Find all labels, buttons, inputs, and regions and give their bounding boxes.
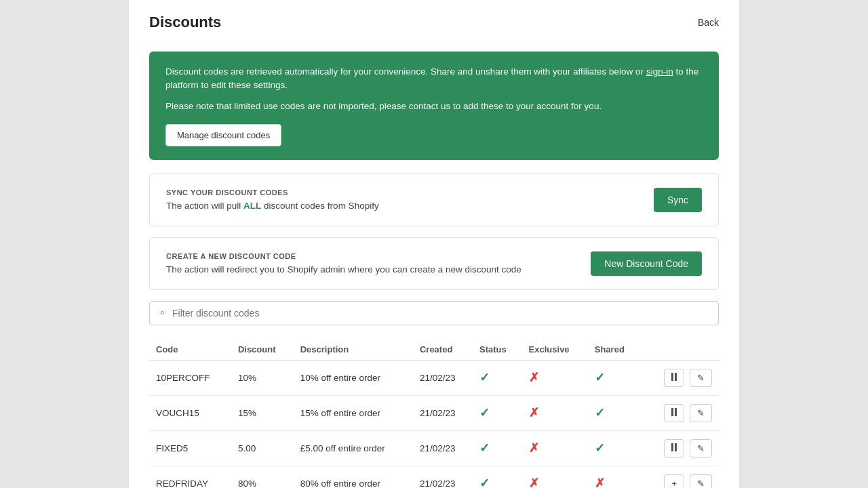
cell-actions: +✎ bbox=[641, 466, 719, 488]
col-status: Status bbox=[473, 339, 522, 361]
col-actions bbox=[641, 339, 719, 361]
back-button[interactable]: Back bbox=[698, 17, 719, 28]
cell-actions: ✎ bbox=[641, 360, 719, 395]
sign-in-link[interactable]: sign-in bbox=[646, 66, 673, 77]
cell-code: REDFRIDAY bbox=[149, 466, 231, 488]
col-discount: Discount bbox=[231, 339, 294, 361]
pause-icon bbox=[671, 373, 677, 381]
cell-description: 10% off entire order bbox=[294, 360, 413, 395]
search-icon: ⚬ bbox=[158, 307, 167, 319]
cell-code: VOUCH15 bbox=[149, 395, 231, 430]
cell-discount: 10% bbox=[231, 360, 294, 395]
status-check-icon: ✓ bbox=[479, 441, 490, 455]
create-label: CREATE A NEW DISCOUNT CODE bbox=[166, 252, 521, 260]
cell-created: 21/02/23 bbox=[413, 395, 473, 430]
pause-button[interactable] bbox=[664, 439, 684, 458]
cell-description: 15% off entire order bbox=[294, 395, 413, 430]
sync-description: The action will pull ALL discount codes … bbox=[166, 201, 379, 211]
sync-desc-suffix: discount codes from Shopify bbox=[261, 201, 378, 211]
sync-text-container: SYNC YOUR DISCOUNT CODES The action will… bbox=[166, 188, 379, 211]
cell-description: £5.00 off entire order bbox=[294, 430, 413, 466]
sync-desc-prefix: The action will pull bbox=[166, 201, 243, 211]
cell-exclusive: ✗ bbox=[522, 395, 588, 430]
create-text-container: CREATE A NEW DISCOUNT CODE The action wi… bbox=[166, 252, 521, 274]
cell-shared: ✓ bbox=[588, 430, 641, 466]
page-container: Discounts Back Discount codes are retrie… bbox=[129, 0, 739, 488]
sync-card: SYNC YOUR DISCOUNT CODES The action will… bbox=[149, 174, 719, 226]
cell-discount: 80% bbox=[231, 466, 294, 488]
col-description: Description bbox=[294, 339, 413, 361]
edit-button[interactable]: ✎ bbox=[690, 369, 712, 387]
search-container: ⚬ bbox=[149, 301, 719, 325]
cell-exclusive: ✗ bbox=[522, 430, 588, 466]
search-input[interactable] bbox=[172, 308, 710, 319]
pause-icon bbox=[671, 408, 677, 416]
shared-check-icon: ✓ bbox=[595, 441, 605, 455]
cell-created: 21/02/23 bbox=[413, 360, 473, 395]
table-row: 10PERCOFF 10% 10% off entire order 21/02… bbox=[149, 360, 719, 395]
cell-discount: 5.00 bbox=[231, 430, 294, 466]
table-body: 10PERCOFF 10% 10% off entire order 21/02… bbox=[149, 360, 719, 488]
banner-text-2: Please note that limited use codes are n… bbox=[165, 100, 703, 113]
status-check-icon: ✓ bbox=[479, 406, 490, 420]
actions-container: ✎ bbox=[648, 439, 712, 458]
cell-actions: ✎ bbox=[641, 395, 719, 430]
create-description: The action will redirect you to Shopify … bbox=[166, 264, 521, 274]
cell-code: FIXED5 bbox=[149, 430, 231, 466]
cell-status: ✓ bbox=[473, 360, 522, 395]
sync-highlight: ALL bbox=[243, 201, 261, 211]
cell-created: 21/02/23 bbox=[413, 466, 473, 488]
cell-status: ✓ bbox=[473, 430, 522, 466]
sync-button[interactable]: Sync bbox=[654, 188, 702, 212]
create-section: CREATE A NEW DISCOUNT CODE The action wi… bbox=[166, 251, 702, 276]
page-title: Discounts bbox=[149, 14, 221, 31]
status-check-icon: ✓ bbox=[479, 476, 490, 488]
cell-exclusive: ✗ bbox=[522, 466, 588, 488]
pause-button[interactable] bbox=[664, 369, 684, 387]
info-banner: Discount codes are retrieved automatical… bbox=[149, 52, 719, 160]
cell-exclusive: ✗ bbox=[522, 360, 588, 395]
edit-button[interactable]: ✎ bbox=[690, 439, 712, 458]
pause-button[interactable] bbox=[664, 404, 684, 422]
cell-code: 10PERCOFF bbox=[149, 360, 231, 395]
sync-section: SYNC YOUR DISCOUNT CODES The action will… bbox=[166, 188, 702, 212]
edit-button[interactable]: ✎ bbox=[690, 404, 712, 422]
cell-status: ✓ bbox=[473, 466, 522, 488]
shared-check-icon: ✓ bbox=[595, 371, 605, 384]
col-shared: Shared bbox=[588, 339, 641, 361]
actions-container: +✎ bbox=[648, 474, 712, 488]
cell-description: 80% off entire order bbox=[294, 466, 413, 488]
cell-status: ✓ bbox=[473, 395, 522, 430]
actions-container: ✎ bbox=[648, 404, 712, 422]
exclusive-x-icon: ✗ bbox=[529, 441, 539, 455]
edit-button[interactable]: ✎ bbox=[690, 474, 712, 488]
create-card: CREATE A NEW DISCOUNT CODE The action wi… bbox=[149, 237, 719, 290]
sync-label: SYNC YOUR DISCOUNT CODES bbox=[166, 188, 379, 197]
table-row: VOUCH15 15% 15% off entire order 21/02/2… bbox=[149, 395, 719, 430]
status-check-icon: ✓ bbox=[479, 371, 490, 384]
manage-discount-codes-button[interactable]: Manage discount codes bbox=[165, 124, 281, 146]
table-row: FIXED5 5.00 £5.00 off entire order 21/02… bbox=[149, 430, 719, 466]
cell-created: 21/02/23 bbox=[413, 430, 473, 466]
cell-discount: 15% bbox=[231, 395, 294, 430]
table-header: Code Discount Description Created Status… bbox=[149, 339, 719, 361]
cell-actions: ✎ bbox=[641, 430, 719, 466]
banner-text-1: Discount codes are retrieved automatical… bbox=[165, 65, 703, 93]
cell-shared: ✓ bbox=[588, 395, 641, 430]
pause-icon bbox=[671, 443, 677, 451]
discount-table: Code Discount Description Created Status… bbox=[149, 339, 719, 488]
new-discount-code-button[interactable]: New Discount Code bbox=[591, 251, 702, 276]
add-button[interactable]: + bbox=[664, 474, 684, 488]
col-created: Created bbox=[413, 339, 473, 361]
exclusive-x-icon: ✗ bbox=[529, 406, 539, 420]
table-row: REDFRIDAY 80% 80% off entire order 21/02… bbox=[149, 466, 719, 488]
cell-shared: ✗ bbox=[588, 466, 641, 488]
exclusive-x-icon: ✗ bbox=[529, 476, 539, 488]
shared-x-icon: ✗ bbox=[595, 476, 605, 488]
page-header: Discounts Back bbox=[149, 14, 719, 38]
actions-container: ✎ bbox=[648, 369, 712, 387]
col-code: Code bbox=[149, 339, 231, 361]
exclusive-x-icon: ✗ bbox=[529, 371, 539, 384]
col-exclusive: Exclusive bbox=[522, 339, 588, 361]
shared-check-icon: ✓ bbox=[595, 406, 605, 420]
